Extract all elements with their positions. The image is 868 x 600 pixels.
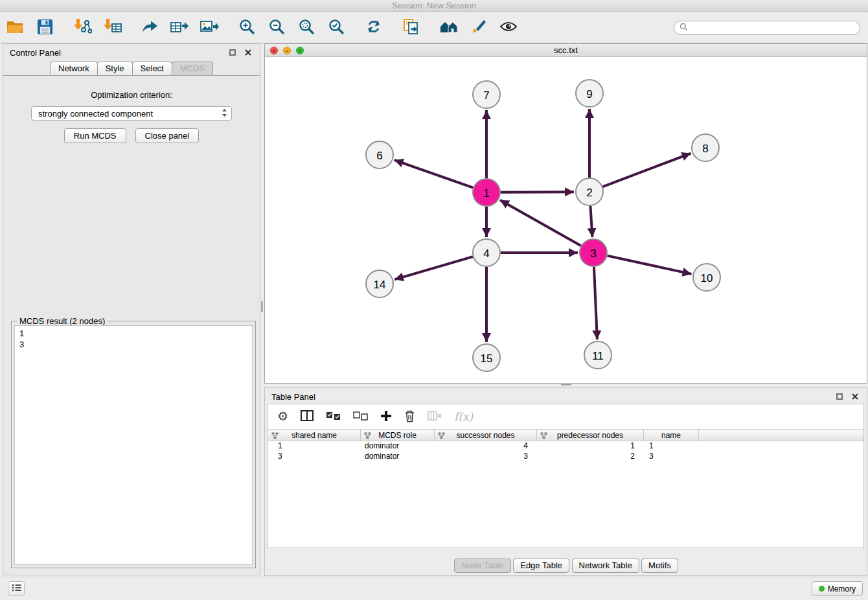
- column-header-name[interactable]: name: [644, 430, 699, 441]
- table-cell[interactable]: 3: [435, 452, 537, 462]
- search-box[interactable]: [674, 21, 860, 35]
- table-cell[interactable]: 4: [435, 441, 537, 452]
- export-image-button[interactable]: [197, 15, 222, 41]
- tab-network[interactable]: Network: [50, 62, 98, 75]
- memory-button[interactable]: Memory: [812, 581, 863, 596]
- table-cell[interactable]: 1: [644, 441, 699, 452]
- graph-edge-1-6[interactable]: [394, 160, 474, 188]
- tab-edge-table[interactable]: Edge Table: [513, 559, 569, 573]
- style-brush-icon: [470, 18, 487, 37]
- float-panel-button[interactable]: [834, 391, 845, 402]
- unselect-all-columns-button[interactable]: [353, 411, 368, 422]
- column-header-shared-name[interactable]: shared name: [268, 430, 361, 441]
- tab-network-table[interactable]: Network Table: [572, 559, 639, 573]
- tab-style[interactable]: Style: [97, 62, 133, 75]
- mcds-result-list: 13: [14, 325, 253, 565]
- tab-mcds[interactable]: MCDS: [172, 62, 213, 75]
- tab-node-table[interactable]: Node Table: [454, 559, 511, 573]
- graph-node-label: 1: [483, 187, 489, 200]
- optimization-criterion-dropdown[interactable]: strongly connected component: [31, 106, 232, 121]
- home-neighbors-button[interactable]: [437, 15, 461, 41]
- graph-edge-4-14[interactable]: [394, 257, 473, 279]
- splitter-grip[interactable]: [261, 301, 263, 312]
- refresh-icon: [365, 18, 382, 37]
- graph-edge-3-1[interactable]: [500, 200, 581, 246]
- export-image-icon: [200, 18, 219, 37]
- graph-edge-3-10[interactable]: [607, 256, 691, 274]
- zoom-fit-icon: [298, 18, 315, 37]
- column-header-predecessor-nodes[interactable]: predecessor nodes: [537, 430, 644, 441]
- column-header-successor-nodes[interactable]: successor nodes: [435, 430, 537, 441]
- table-header-row: shared name MCDS role successor nodes pr…: [268, 429, 863, 441]
- table-cell[interactable]: dominator: [361, 441, 435, 452]
- close-panel-action-button[interactable]: Close panel: [135, 128, 200, 143]
- memory-status-icon: [819, 586, 825, 592]
- control-panel-title: Control Panel: [10, 48, 61, 58]
- add-column-button[interactable]: [380, 410, 392, 424]
- control-panel-header: Control Panel: [3, 44, 260, 61]
- delete-column-button[interactable]: [404, 410, 415, 424]
- task-history-button[interactable]: [8, 581, 25, 596]
- style-brush-button[interactable]: [466, 15, 491, 41]
- graph-node-label: 9: [586, 88, 592, 100]
- main-toolbar: [0, 12, 868, 43]
- save-session-button[interactable]: [32, 15, 57, 41]
- network-graph[interactable]: 7968124314101511: [265, 57, 867, 382]
- zoom-window-button[interactable]: +: [296, 47, 304, 54]
- window-title: Session: New Session: [392, 1, 475, 10]
- graph-edge-3-11[interactable]: [594, 267, 597, 340]
- float-panel-button[interactable]: [227, 47, 238, 58]
- search-icon: [680, 22, 688, 34]
- delete-table-button[interactable]: [428, 411, 442, 422]
- search-input[interactable]: [691, 23, 854, 32]
- run-mcds-button[interactable]: Run MCDS: [64, 128, 126, 143]
- graph-node-label: 2: [586, 187, 592, 199]
- zoom-selected-button[interactable]: [324, 15, 348, 41]
- minimize-window-button[interactable]: −: [283, 47, 291, 54]
- zoom-fit-button[interactable]: [294, 15, 319, 41]
- table-cell[interactable]: 1: [268, 441, 361, 452]
- tab-select[interactable]: Select: [132, 62, 172, 75]
- close-panel-button[interactable]: [850, 391, 860, 402]
- close-panel-button[interactable]: [243, 47, 253, 58]
- import-table-button[interactable]: [100, 15, 124, 41]
- column-header-mcds-role[interactable]: MCDS role: [361, 430, 435, 441]
- import-network-button[interactable]: [70, 15, 95, 41]
- apply-function-button[interactable]: f(x): [454, 410, 473, 423]
- float-icon: [836, 392, 843, 402]
- table-settings-button[interactable]: ⚙: [277, 410, 288, 423]
- network-view-window: × − + scc.txt 7968124314101511: [264, 43, 867, 384]
- export-table-icon: [170, 18, 189, 37]
- tab-motifs[interactable]: Motifs: [641, 559, 678, 573]
- graph-edge-1-2[interactable]: [501, 192, 574, 192]
- refresh-button[interactable]: [361, 15, 386, 41]
- table-cell[interactable]: 3: [268, 452, 361, 462]
- copy-document-button[interactable]: [399, 15, 424, 41]
- show-columns-button[interactable]: [301, 410, 314, 423]
- table-cell[interactable]: dominator: [361, 452, 435, 462]
- close-window-button[interactable]: ×: [270, 47, 278, 54]
- table-row[interactable]: 1dominator411: [268, 441, 863, 452]
- copy-document-icon: [402, 18, 420, 37]
- table-row[interactable]: 3dominator323: [268, 452, 863, 462]
- open-folder-icon: [6, 19, 24, 36]
- zoom-out-button[interactable]: [264, 15, 289, 41]
- network-view-title: scc.txt: [554, 45, 578, 55]
- open-file-button[interactable]: [3, 15, 27, 41]
- result-line: 1: [19, 328, 247, 339]
- float-icon: [229, 48, 236, 58]
- table-cell[interactable]: 3: [644, 452, 699, 462]
- graph-edge-2-8[interactable]: [603, 154, 691, 187]
- export-table-button[interactable]: [167, 15, 192, 41]
- table-cell[interactable]: 2: [537, 452, 644, 462]
- export-network-button[interactable]: [137, 15, 162, 41]
- graph-edge-2-3[interactable]: [590, 206, 592, 237]
- select-all-columns-button[interactable]: [326, 411, 341, 422]
- zoom-out-icon: [268, 18, 285, 37]
- show-hide-button[interactable]: [496, 15, 521, 41]
- table-cell[interactable]: 1: [537, 441, 644, 452]
- zoom-in-button[interactable]: [234, 15, 259, 41]
- control-panel: Control Panel Network Style Select MCDS …: [3, 43, 260, 575]
- function-icon: f(x): [454, 410, 473, 423]
- plus-icon: [380, 410, 392, 424]
